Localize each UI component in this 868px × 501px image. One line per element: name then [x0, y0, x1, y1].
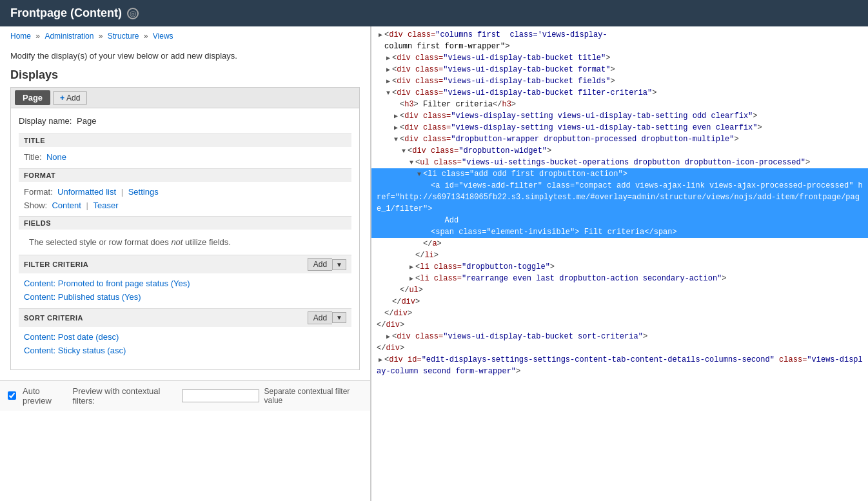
- tab-add-plus-icon: +: [60, 93, 64, 103]
- auto-preview-bar: Auto preview Preview with contextual fil…: [0, 380, 370, 411]
- breadcrumb-sep-3: »: [144, 32, 150, 41]
- sort-add-arrow[interactable]: ▼: [332, 312, 346, 323]
- sort-criteria-body: Content: Post date (desc) Content: Stick…: [19, 327, 351, 362]
- header-plus-icon[interactable]: ◎: [127, 8, 139, 19]
- show-sep: |: [86, 201, 91, 210]
- code-line-18: </li>: [371, 250, 868, 261]
- tab-add-label: Add: [66, 93, 80, 103]
- filter-row-1: Content: Promoted to front page status (…: [24, 277, 346, 291]
- code-line-5: ▶<div class="views-ui-display-tab-bucket…: [371, 75, 868, 87]
- section-fields-body: The selected style or row format does no…: [19, 230, 351, 255]
- filter-values-hint: Separate contextual filter value: [264, 387, 362, 405]
- filter-add-arrow[interactable]: ▼: [332, 259, 346, 270]
- breadcrumb-sep-2: »: [99, 32, 105, 41]
- show-content-link[interactable]: Content: [52, 201, 81, 210]
- breadcrumb-home[interactable]: Home: [10, 32, 31, 41]
- title-value-link[interactable]: None: [46, 152, 66, 162]
- toggle-1[interactable]: ▶: [377, 30, 384, 40]
- section-format-body: Format: Unformatted list | Settings Show…: [19, 182, 351, 217]
- format-unformatted-link[interactable]: Unformatted list: [57, 187, 116, 197]
- filter-add-button[interactable]: Add: [308, 258, 332, 271]
- code-line-10: ▼<div class="dropbutton-wrapper dropbutt…: [371, 133, 868, 145]
- toggle-6[interactable]: ▼: [384, 88, 392, 98]
- tab-page[interactable]: Page: [15, 90, 50, 105]
- code-line-15[interactable]: Add: [371, 215, 868, 226]
- tab-add-button[interactable]: + Add: [53, 91, 87, 105]
- section-title-header: TITLE: [19, 134, 351, 147]
- code-line-26: </div>: [371, 342, 868, 354]
- code-line-1: ▶<div class="columns first class='views-…: [371, 29, 868, 41]
- toggle-9[interactable]: ▶: [392, 123, 400, 133]
- section-sort-criteria: SORT CRITERIA Add ▼ Content: Post date (…: [19, 308, 351, 362]
- toggle-19[interactable]: ▶: [408, 262, 415, 272]
- breadcrumb-administration[interactable]: Administration: [44, 32, 94, 41]
- filter-criteria-body: Content: Promoted to front page status (…: [19, 273, 351, 308]
- section-title: TITLE Title: None: [19, 133, 351, 168]
- sort-add-button[interactable]: Add: [308, 311, 332, 324]
- show-label: Show:: [24, 201, 50, 210]
- content-area: Display name: Page TITLE Title: None: [10, 108, 360, 370]
- format-label: Format:: [24, 187, 55, 197]
- auto-preview-checkbox[interactable]: [8, 391, 16, 400]
- code-line-22: </div>: [371, 296, 868, 308]
- preview-with-label: Preview with contextual filters:: [73, 386, 177, 406]
- toggle-10[interactable]: ▼: [392, 135, 400, 144]
- main-layout: Home » Administration » Structure » View…: [0, 26, 868, 501]
- section-fields-header: FIELDS: [19, 217, 351, 230]
- code-line-13[interactable]: ▼<li class="add odd first dropbutton-act…: [371, 168, 868, 180]
- toggle-12[interactable]: ▼: [408, 158, 415, 168]
- section-title-body: Title: None: [19, 147, 351, 168]
- section-format-header: FORMAT: [19, 169, 351, 182]
- toggle-13[interactable]: ▼: [415, 170, 423, 179]
- code-line-8: ▶<div class="views-display-setting views…: [371, 110, 868, 122]
- show-teaser-link[interactable]: Teaser: [94, 201, 119, 210]
- code-line-14[interactable]: <a id="views-add-filter" class="compact …: [371, 180, 868, 215]
- filter-published-link[interactable]: Content: Published status (Yes): [24, 292, 141, 302]
- filter-promoted-link[interactable]: Content: Promoted to front page status (…: [24, 279, 190, 288]
- section-filter-criteria: FILTER CRITERIA Add ▼ Content: Promoted …: [19, 255, 351, 308]
- section-format: FORMAT Format: Unformatted list | Settin…: [19, 168, 351, 217]
- toggle-27[interactable]: ▶: [377, 355, 384, 365]
- toggle-8[interactable]: ▶: [392, 112, 400, 121]
- sort-row-2: Content: Sticky status (asc): [24, 344, 346, 358]
- left-panel: Home » Administration » Structure » View…: [0, 26, 371, 501]
- breadcrumb-structure[interactable]: Structure: [108, 32, 139, 41]
- format-settings-link[interactable]: Settings: [128, 187, 159, 197]
- sort-criteria-header-row: SORT CRITERIA Add ▼: [19, 309, 351, 327]
- display-name-label: Display name:: [19, 116, 72, 126]
- auto-preview-label: Auto preview: [23, 386, 68, 406]
- filter-criteria-header: FILTER CRITERIA: [24, 260, 88, 268]
- format-sep: |: [121, 187, 126, 197]
- code-line-23: </div>: [371, 308, 868, 319]
- breadcrumb: Home » Administration » Structure » View…: [0, 26, 370, 46]
- toggle-5[interactable]: ▶: [384, 77, 392, 86]
- filter-add-group: Add ▼: [308, 258, 346, 271]
- toggle-20[interactable]: ▶: [408, 274, 415, 284]
- sort-postdate-link[interactable]: Content: Post date (desc): [24, 332, 119, 342]
- filter-criteria-header-row: FILTER CRITERIA Add ▼: [19, 255, 351, 273]
- toggle-4[interactable]: ▶: [384, 65, 392, 75]
- breadcrumb-views[interactable]: Views: [153, 32, 173, 41]
- toggle-25[interactable]: ▶: [384, 332, 392, 342]
- contextual-filter-input[interactable]: [182, 389, 259, 402]
- code-line-6: ▼<div class="views-ui-display-tab-bucket…: [371, 87, 868, 99]
- code-line-2: column first form-wrapper">: [371, 41, 868, 52]
- displays-section: Displays Page + Add Display name: Page T: [0, 68, 370, 380]
- code-line-12: ▼<ul class="views-ui-settings-bucket-ope…: [371, 157, 868, 168]
- sort-add-group: Add ▼: [308, 311, 346, 324]
- code-line-11: ▼<div class="dropbutton-widget">: [371, 145, 868, 157]
- sort-sticky-link[interactable]: Content: Sticky status (asc): [24, 346, 126, 355]
- fields-warning: The selected style or row format does no…: [24, 233, 346, 251]
- code-line-17: </a>: [371, 238, 868, 250]
- display-name-row: Display name: Page: [19, 116, 351, 126]
- toggle-3[interactable]: ▶: [384, 54, 392, 63]
- code-line-3: ▶<div class="views-ui-display-tab-bucket…: [371, 52, 868, 64]
- code-line-25: ▶<div class="views-ui-display-tab-bucket…: [371, 331, 868, 342]
- page-header: Frontpage (Content) ◎: [0, 0, 868, 26]
- code-panel[interactable]: ▶<div class="columns first class='views-…: [371, 26, 868, 501]
- display-name-value: Page: [77, 116, 96, 126]
- sort-row-1: Content: Post date (desc): [24, 331, 346, 344]
- code-line-16[interactable]: <span class="element-invisible"> Filt cr…: [371, 226, 868, 238]
- toggle-11[interactable]: ▼: [400, 146, 408, 156]
- code-line-4: ▶<div class="views-ui-display-tab-bucket…: [371, 64, 868, 75]
